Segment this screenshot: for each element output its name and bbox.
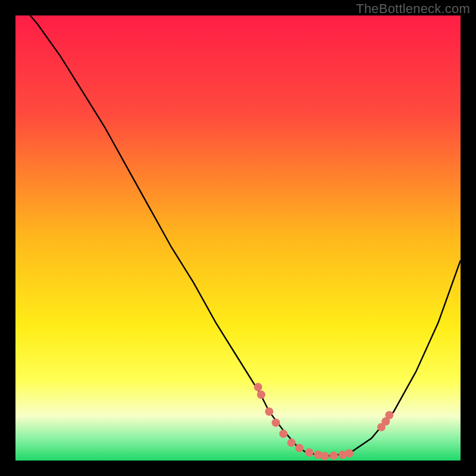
sample-point	[305, 449, 314, 457]
sample-point	[330, 452, 338, 460]
sample-point	[257, 390, 265, 399]
plot-area	[15, 15, 461, 461]
sample-point	[287, 439, 296, 447]
sample-point	[279, 430, 287, 438]
chart-frame: TheBottleneck.com	[0, 0, 476, 476]
attribution-text: TheBottleneck.com	[356, 1, 470, 17]
sample-point	[272, 418, 280, 427]
sample-point	[321, 452, 329, 461]
sample-point	[385, 411, 393, 419]
sample-point	[295, 444, 303, 452]
sample-point	[254, 383, 262, 392]
sample-point	[265, 408, 273, 416]
sample-point	[345, 449, 353, 458]
chart-svg	[15, 15, 461, 461]
gradient-background	[15, 15, 461, 461]
